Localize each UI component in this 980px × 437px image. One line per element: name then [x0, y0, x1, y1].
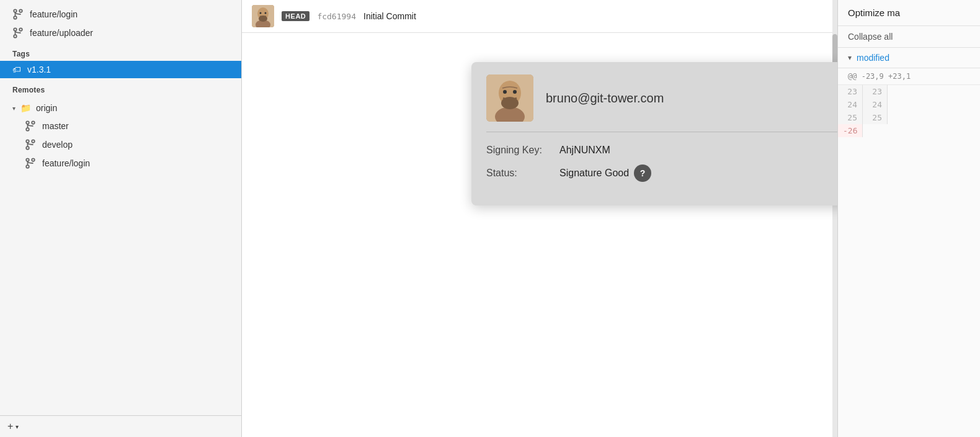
svg-point-0 [14, 9, 17, 12]
diff-line-num-left: 25 [838, 111, 863, 124]
branch-icon [12, 27, 24, 38]
sidebar-item-v1-3-1[interactable]: 🏷 v1.3.1 [0, 61, 241, 78]
branch-icon [12, 9, 24, 20]
svg-point-24 [260, 12, 262, 14]
remote-origin-header[interactable]: ▾ 📁 origin [0, 99, 241, 117]
svg-point-12 [26, 140, 29, 143]
tag-label: v1.3.1 [27, 65, 51, 74]
sidebar-item-origin-master[interactable]: master [12, 117, 241, 135]
folder-icon: 📁 [20, 103, 31, 113]
right-panel-title: Optimize ma [838, 0, 980, 26]
avatar-svg [252, 5, 274, 27]
middle-panel: HEAD fcd61994 Initial Commit [242, 0, 837, 437]
sidebar-content: feature/login feature/uploader Tags 🏷 v1… [0, 0, 241, 415]
svg-point-9 [26, 128, 29, 131]
sidebar-item-origin-feature-login[interactable]: feature/login [12, 154, 241, 173]
plus-icon: + [7, 421, 13, 432]
sidebar-item-feature-uploader[interactable]: feature/uploader [0, 24, 241, 42]
diff-line-num-left: 24 [838, 98, 863, 111]
avatar [252, 5, 274, 27]
remote-branches: master develop [0, 117, 241, 173]
modified-label: modified [857, 53, 889, 63]
svg-point-17 [26, 165, 29, 168]
svg-point-13 [26, 146, 29, 150]
tooltip-signing-key-row: Signing Key: AhjNUNXM [486, 145, 837, 156]
branch-label: develop [42, 140, 73, 150]
status-label: Status: [486, 168, 555, 179]
modified-section: ▾ modified [838, 48, 980, 68]
signing-key-label: Signing Key: [486, 145, 555, 156]
svg-point-31 [513, 90, 517, 94]
svg-point-5 [14, 35, 17, 38]
branch-icon [25, 120, 36, 132]
branch-label: master [42, 121, 69, 131]
branch-icon [25, 158, 36, 169]
diff-row-25: 25 25 [838, 111, 980, 124]
svg-point-2 [19, 9, 22, 12]
branch-icon [25, 139, 36, 150]
add-dropdown-icon: ▾ [16, 423, 19, 430]
remote-origin-label: origin [36, 103, 57, 113]
chevron-icon: ▾ [12, 105, 16, 112]
diff-line-num-right: 23 [863, 85, 888, 98]
commit-row: HEAD fcd61994 Initial Commit [242, 0, 837, 33]
tooltip-status-row: Status: Signature Good ? [486, 164, 837, 182]
tooltip-avatar [486, 74, 533, 122]
svg-point-4 [14, 28, 17, 31]
sidebar: feature/login feature/uploader Tags 🏷 v1… [0, 0, 242, 437]
remote-origin-group: ▾ 📁 origin master [0, 97, 241, 175]
svg-point-10 [32, 121, 35, 124]
branch-label: feature/uploader [30, 28, 93, 38]
svg-point-30 [503, 90, 507, 94]
diff-header: @@ -23,9 +23,1 [838, 68, 980, 85]
diff-line-num-deleted: -26 [838, 124, 863, 137]
svg-point-16 [26, 158, 29, 161]
sidebar-item-origin-develop[interactable]: develop [12, 135, 241, 154]
svg-point-14 [32, 140, 35, 143]
svg-point-1 [14, 16, 17, 19]
tooltip-email: bruno@git-tower.com [546, 91, 664, 106]
diff-row-26-deleted: -26 [838, 124, 980, 137]
tags-section-header: Tags [0, 42, 241, 61]
collapse-all-section: Collapse all [838, 26, 980, 48]
collapse-all-button[interactable]: Collapse all [848, 32, 893, 42]
commit-hash: fcd61994 [317, 12, 356, 21]
tooltip-header: bruno@git-tower.com [486, 74, 837, 132]
svg-point-25 [265, 12, 267, 14]
commit-message: Initial Commit [363, 11, 416, 21]
svg-point-6 [19, 28, 22, 31]
svg-point-18 [32, 158, 35, 161]
status-value: Signature Good [559, 168, 629, 179]
diff-row-23: 23 23 [838, 85, 980, 98]
tag-icon: 🏷 [12, 65, 21, 74]
head-badge: HEAD [282, 11, 310, 21]
diff-row-24: 24 24 [838, 98, 980, 111]
branch-label: feature/login [42, 158, 90, 168]
remotes-section-header: Remotes [0, 78, 241, 97]
diff-line-num-left: 23 [838, 85, 863, 98]
diff-table: 23 23 24 24 25 25 -26 [838, 85, 980, 137]
diff-line-num-right: 24 [863, 98, 888, 111]
signing-key-value: AhjNUNXM [559, 145, 610, 156]
sidebar-item-feature-login[interactable]: feature/login [0, 5, 241, 24]
svg-point-8 [26, 121, 29, 124]
help-button[interactable]: ? [634, 164, 651, 182]
modified-chevron-icon: ▾ [848, 53, 852, 62]
tooltip-popup: bruno@git-tower.com Signing Key: AhjNUNX… [471, 62, 837, 205]
diff-line-num-right: 25 [863, 111, 888, 124]
add-button[interactable]: + ▾ [0, 415, 241, 437]
branch-label: feature/login [30, 9, 78, 19]
right-panel: Optimize ma Collapse all ▾ modified @@ -… [837, 0, 980, 437]
tooltip-avatar-svg [486, 74, 533, 122]
